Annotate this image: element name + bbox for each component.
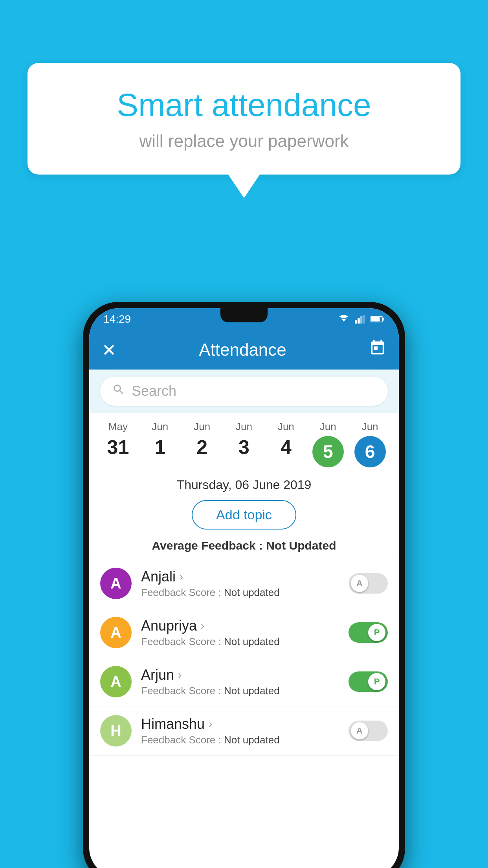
date-number: 2 bbox=[196, 436, 207, 459]
avatar: A bbox=[100, 666, 132, 697]
add-topic-wrapper: Add topic bbox=[89, 495, 399, 535]
selected-date-row: Thursday, 06 June 2019 bbox=[89, 471, 399, 495]
date-col[interactable]: Jun1 bbox=[139, 421, 181, 459]
student-score: Feedback Score : Not updated bbox=[141, 587, 339, 599]
status-time: 14:29 bbox=[103, 313, 131, 326]
add-topic-button[interactable]: Add topic bbox=[192, 500, 296, 530]
calendar-icon[interactable] bbox=[369, 339, 386, 360]
chevron-right-icon: › bbox=[180, 570, 183, 583]
date-col[interactable]: Jun6 bbox=[349, 421, 391, 467]
date-number: 5 bbox=[323, 441, 333, 462]
attendance-toggle[interactable]: P bbox=[349, 671, 388, 692]
date-month-label: Jun bbox=[152, 421, 168, 433]
status-bar: 14:29 bbox=[89, 308, 399, 330]
date-month-label: Jun bbox=[278, 421, 294, 433]
student-item[interactable]: AAnjali ›Feedback Score : Not updatedA bbox=[89, 559, 399, 608]
date-col[interactable]: Jun3 bbox=[223, 421, 265, 459]
phone-frame: 14:29 bbox=[83, 302, 405, 868]
student-name: Anjali › bbox=[141, 568, 339, 585]
student-info: Anupriya ›Feedback Score : Not updated bbox=[141, 618, 339, 648]
date-number: 6 bbox=[365, 441, 375, 462]
student-item[interactable]: AArjun ›Feedback Score : Not updatedP bbox=[89, 657, 399, 706]
score-value: Not updated bbox=[224, 636, 280, 647]
app-bar: ✕ Attendance bbox=[89, 330, 399, 370]
svg-rect-4 bbox=[363, 315, 365, 324]
date-month-label: Jun bbox=[194, 421, 210, 433]
date-number: 4 bbox=[281, 436, 292, 459]
date-number: 1 bbox=[154, 436, 165, 459]
svg-rect-1 bbox=[355, 320, 357, 324]
phone-inner: 14:29 bbox=[89, 308, 399, 868]
avatar: A bbox=[100, 617, 132, 648]
attendance-toggle[interactable]: A bbox=[349, 721, 388, 741]
wifi-icon bbox=[338, 315, 350, 324]
speech-bubble-subtitle: will replace your paperwork bbox=[59, 131, 429, 151]
speech-bubble-container: Smart attendance will replace your paper… bbox=[28, 63, 460, 198]
avg-feedback: Average Feedback : Not Updated bbox=[89, 535, 399, 559]
search-bar-wrapper: Search bbox=[89, 370, 399, 413]
toggle-knob: P bbox=[368, 673, 385, 690]
close-icon[interactable]: ✕ bbox=[102, 340, 116, 360]
search-bar[interactable]: Search bbox=[100, 377, 388, 406]
date-col[interactable]: May31 bbox=[97, 421, 139, 459]
attendance-toggle[interactable]: P bbox=[349, 622, 388, 643]
svg-rect-6 bbox=[382, 318, 384, 320]
student-item[interactable]: AAnupriya ›Feedback Score : Not updatedP bbox=[89, 608, 399, 657]
date-month-label: May bbox=[108, 421, 128, 433]
date-row: May31Jun1Jun2Jun3Jun4Jun5Jun6 bbox=[89, 413, 399, 471]
toggle-switch[interactable]: A bbox=[349, 573, 388, 594]
speech-bubble-arrow bbox=[228, 175, 260, 198]
toggle-switch[interactable]: P bbox=[349, 622, 388, 643]
speech-bubble-title: Smart attendance bbox=[59, 86, 429, 123]
student-score: Feedback Score : Not updated bbox=[141, 685, 339, 697]
attendance-toggle[interactable]: A bbox=[349, 573, 388, 594]
student-info: Himanshu ›Feedback Score : Not updated bbox=[141, 716, 339, 746]
date-month-label: Jun bbox=[236, 421, 252, 433]
student-info: Arjun ›Feedback Score : Not updated bbox=[141, 667, 339, 697]
student-name: Anupriya › bbox=[141, 618, 339, 634]
date-col[interactable]: Jun2 bbox=[181, 421, 223, 459]
date-month-label: Jun bbox=[320, 421, 336, 433]
date-col[interactable]: Jun5 bbox=[307, 421, 349, 467]
student-info: Anjali ›Feedback Score : Not updated bbox=[141, 568, 339, 599]
notch bbox=[220, 308, 268, 322]
date-number: 3 bbox=[238, 436, 250, 459]
chevron-right-icon: › bbox=[178, 669, 182, 681]
date-number: 31 bbox=[107, 436, 129, 459]
toggle-knob: A bbox=[351, 575, 368, 592]
toggle-switch[interactable]: A bbox=[349, 721, 388, 741]
student-item[interactable]: HHimanshu ›Feedback Score : Not updatedA bbox=[89, 706, 399, 756]
chevron-right-icon: › bbox=[201, 620, 204, 632]
signal-icon bbox=[355, 315, 366, 324]
avatar: A bbox=[100, 568, 132, 599]
date-col[interactable]: Jun4 bbox=[265, 421, 307, 459]
student-list: AAnjali ›Feedback Score : Not updatedAAA… bbox=[89, 559, 399, 756]
student-name: Himanshu › bbox=[141, 716, 339, 732]
svg-rect-7 bbox=[371, 317, 380, 322]
selected-date-text: Thursday, 06 June 2019 bbox=[89, 478, 399, 492]
score-value: Not updated bbox=[224, 685, 280, 697]
date-month-label: Jun bbox=[362, 421, 378, 433]
student-score: Feedback Score : Not updated bbox=[141, 734, 339, 746]
avatar: H bbox=[100, 715, 132, 747]
svg-rect-3 bbox=[360, 316, 363, 324]
svg-rect-2 bbox=[358, 318, 360, 324]
app-title: Attendance bbox=[199, 340, 286, 360]
search-icon bbox=[112, 383, 125, 399]
score-value: Not updated bbox=[224, 587, 280, 598]
svg-marker-0 bbox=[342, 319, 346, 322]
student-name: Arjun › bbox=[141, 667, 339, 683]
toggle-knob: P bbox=[368, 624, 385, 641]
battery-icon bbox=[371, 315, 385, 324]
chevron-right-icon: › bbox=[209, 718, 212, 730]
avg-feedback-value: Not Updated bbox=[266, 539, 336, 552]
avg-feedback-label: Average Feedback : bbox=[152, 539, 266, 552]
status-icons bbox=[338, 315, 385, 324]
toggle-knob: A bbox=[351, 722, 368, 739]
toggle-switch[interactable]: P bbox=[349, 671, 388, 692]
student-score: Feedback Score : Not updated bbox=[141, 636, 339, 648]
speech-bubble: Smart attendance will replace your paper… bbox=[28, 63, 460, 175]
search-placeholder: Search bbox=[132, 383, 176, 399]
score-value: Not updated bbox=[224, 734, 280, 746]
